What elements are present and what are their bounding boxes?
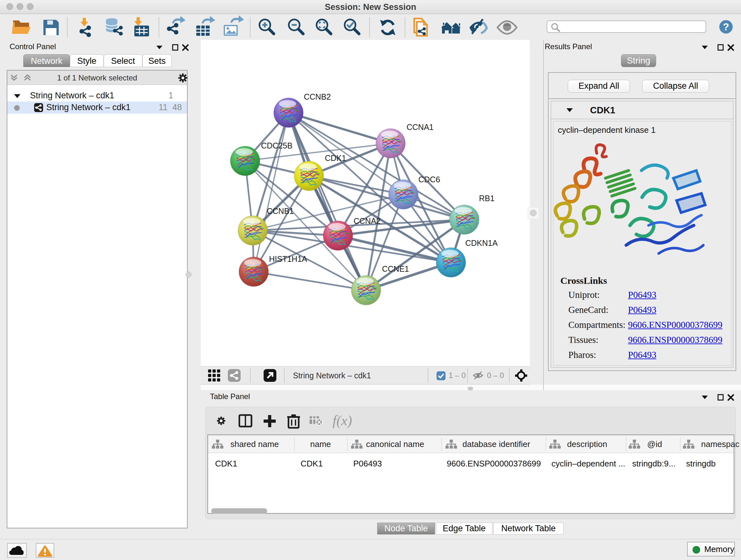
svg-text:CCNA2: CCNA2 [354, 216, 381, 226]
svg-text:String Network – cdk1: String Network – cdk1 [293, 371, 371, 380]
svg-text:0 – 0: 0 – 0 [487, 371, 504, 380]
svg-text:RB1: RB1 [479, 194, 495, 203]
svg-text:CDKN1A: CDKN1A [465, 239, 498, 247]
svg-text:CDK1: CDK1 [325, 153, 346, 163]
svg-text:CCNB1: CCNB1 [267, 206, 294, 215]
svg-text:?: ? [723, 21, 729, 33]
svg-text:CDC6: CDC6 [418, 175, 440, 184]
svg-text:CCNB2: CCNB2 [304, 92, 331, 101]
svg-text:CCNA1: CCNA1 [407, 123, 434, 132]
svg-text:1 – 0: 1 – 0 [449, 371, 466, 380]
svg-text:f(x): f(x) [333, 413, 352, 428]
svg-text:HIST1H1A: HIST1H1A [269, 254, 307, 263]
svg-text:CDC25B: CDC25B [261, 141, 293, 150]
svg-text:CCNE1: CCNE1 [382, 264, 409, 273]
